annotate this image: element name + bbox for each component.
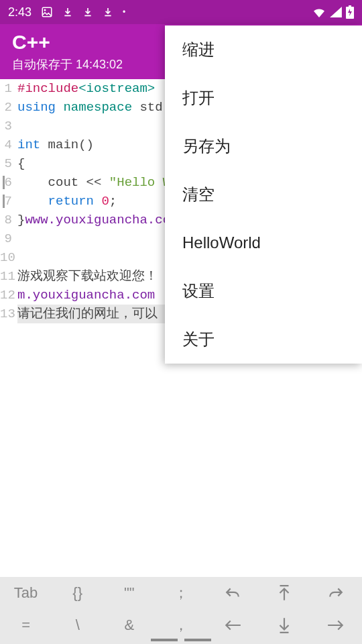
toolbar: Tab{}""； =\&， <box>0 577 362 644</box>
battery-icon <box>346 5 354 19</box>
toolbar-&-button[interactable]: & <box>103 609 155 641</box>
toolbar-{}-button[interactable]: {} <box>52 577 103 609</box>
toolbar-left-button[interactable] <box>207 609 259 641</box>
menu-item[interactable]: HelloWorld <box>165 219 362 267</box>
menu-item[interactable]: 设置 <box>165 267 362 315</box>
menu-item[interactable]: 关于 <box>165 315 362 364</box>
toolbar-""-button[interactable]: "" <box>103 577 155 609</box>
toolbar-；-button[interactable]: ； <box>155 577 206 609</box>
toolbar-undo-button[interactable] <box>207 577 259 609</box>
signal-icon <box>330 7 342 17</box>
toolbar-right-button[interactable] <box>310 609 362 641</box>
toolbar-down-button[interactable] <box>259 609 310 641</box>
menu-item[interactable]: 另存为 <box>165 122 362 170</box>
dot-icon: • <box>123 7 125 17</box>
download-icon <box>82 7 93 17</box>
download-icon <box>62 7 73 17</box>
toolbar-Tab-button[interactable]: Tab <box>0 577 52 609</box>
overflow-menu: 缩进打开另存为清空HelloWorld设置关于 <box>165 25 362 364</box>
svg-point-1 <box>44 9 46 11</box>
toolbar-redo-button[interactable] <box>310 577 362 609</box>
menu-item[interactable]: 清空 <box>165 170 362 219</box>
wifi-icon <box>312 7 326 17</box>
status-time: 2:43 <box>8 5 32 19</box>
toolbar-\-button[interactable]: \ <box>52 609 103 641</box>
toolbar-=-button[interactable]: = <box>0 609 52 641</box>
toolbar-，-button[interactable]: ， <box>155 609 206 641</box>
download-icon <box>103 7 113 17</box>
toolbar-up-button[interactable] <box>259 577 310 609</box>
nav-bar <box>0 639 362 644</box>
svg-rect-3 <box>349 5 351 7</box>
menu-item[interactable]: 打开 <box>165 74 362 122</box>
menu-item[interactable]: 缩进 <box>165 25 362 74</box>
gutter: 12345678910111213 <box>0 79 15 323</box>
status-bar: 2:43 • <box>0 0 362 24</box>
image-icon <box>41 6 53 18</box>
